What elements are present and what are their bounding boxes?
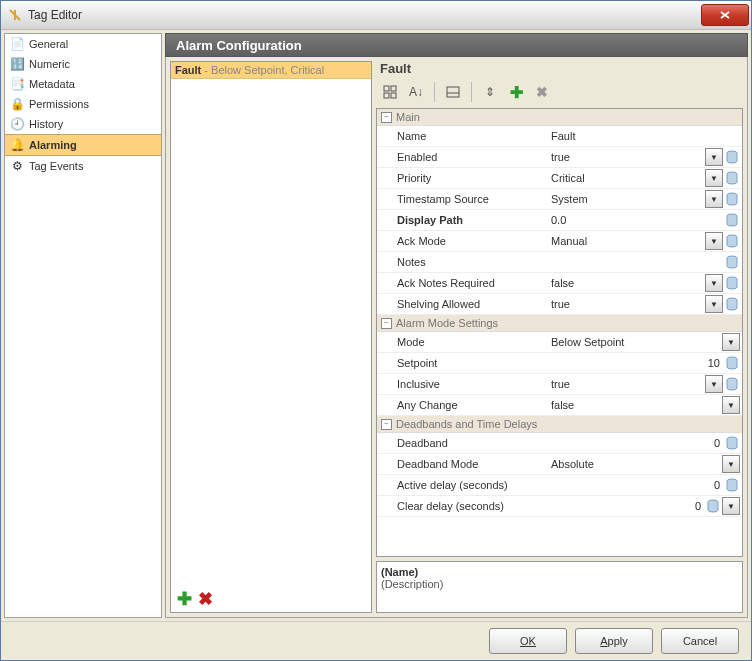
sidebar-item-metadata[interactable]: 📑Metadata — [5, 74, 161, 94]
delete-alarm-icon[interactable]: ✖ — [198, 588, 213, 610]
add-property-icon[interactable]: ✚ — [504, 80, 528, 104]
prop-value[interactable]: false — [547, 277, 705, 289]
ok-button[interactable]: OK — [489, 628, 567, 654]
prop-row-ack-notes-required[interactable]: Ack Notes Requiredfalse▼ — [377, 273, 742, 294]
property-scroll[interactable]: −MainNameFaultEnabledtrue▼PriorityCritic… — [377, 109, 742, 556]
prop-name: Deadband — [377, 437, 547, 449]
binding-icon[interactable] — [724, 170, 740, 186]
desc-name: (Name) — [381, 566, 738, 578]
description-box: (Name) (Description) — [376, 561, 743, 613]
prop-name: Display Path — [377, 214, 547, 226]
sidebar-item-label: General — [29, 38, 68, 50]
prop-value[interactable]: 10 — [547, 357, 724, 369]
prop-controls: ▼ — [705, 190, 742, 208]
prop-value[interactable]: Absolute — [547, 458, 722, 470]
prop-row-deadband-mode[interactable]: Deadband ModeAbsolute▼ — [377, 454, 742, 475]
toolbar-sep-1 — [434, 82, 435, 102]
svg-rect-3 — [391, 93, 396, 98]
prop-value[interactable]: true — [547, 378, 705, 390]
prop-value[interactable]: 0 — [547, 479, 724, 491]
alphabetical-icon[interactable]: A↓ — [404, 80, 428, 104]
sidebar-item-label: History — [29, 118, 63, 130]
dropdown-icon[interactable]: ▼ — [722, 455, 740, 473]
binding-icon[interactable] — [724, 191, 740, 207]
prop-row-inclusive[interactable]: Inclusivetrue▼ — [377, 374, 742, 395]
prop-row-ack-mode[interactable]: Ack ModeManual▼ — [377, 231, 742, 252]
prop-value[interactable]: Below Setpoint — [547, 336, 722, 348]
svg-rect-1 — [391, 86, 396, 91]
sidebar-item-label: Alarming — [29, 139, 77, 151]
prop-value[interactable]: Fault — [547, 130, 740, 142]
sidebar-item-general[interactable]: 📄General — [5, 34, 161, 54]
prop-name: Priority — [377, 172, 547, 184]
prop-value[interactable]: System — [547, 193, 705, 205]
alarm-list-item[interactable]: Fault - Below Setpoint, Critical — [171, 62, 371, 79]
prop-value[interactable]: 0.0 — [547, 214, 724, 226]
dropdown-icon[interactable]: ▼ — [722, 333, 740, 351]
prop-value[interactable]: true — [547, 298, 705, 310]
dropdown-icon[interactable]: ▼ — [705, 295, 723, 313]
prop-row-active-delay-seconds-[interactable]: Active delay (seconds)0 — [377, 475, 742, 496]
binding-icon[interactable] — [705, 498, 721, 514]
binding-icon[interactable] — [724, 212, 740, 228]
prop-value[interactable]: true — [547, 151, 705, 163]
add-alarm-icon[interactable]: ✚ — [177, 588, 192, 610]
sidebar-item-permissions[interactable]: 🔒Permissions — [5, 94, 161, 114]
prop-name: Clear delay (seconds) — [377, 500, 547, 512]
prop-row-deadband[interactable]: Deadband0 — [377, 433, 742, 454]
prop-row-setpoint[interactable]: Setpoint10 — [377, 353, 742, 374]
prop-value[interactable]: false — [547, 399, 722, 411]
svg-rect-0 — [384, 86, 389, 91]
binding-icon[interactable] — [724, 233, 740, 249]
prop-row-priority[interactable]: PriorityCritical▼ — [377, 168, 742, 189]
prop-value[interactable]: 0 — [547, 500, 705, 512]
prop-row-notes[interactable]: Notes — [377, 252, 742, 273]
dropdown-icon[interactable]: ▼ — [705, 190, 723, 208]
binding-icon[interactable] — [724, 149, 740, 165]
binding-icon[interactable] — [724, 435, 740, 451]
sidebar-item-alarming[interactable]: 🔔Alarming — [5, 134, 161, 156]
prop-row-timestamp-source[interactable]: Timestamp SourceSystem▼ — [377, 189, 742, 210]
collapse-icon[interactable]: − — [381, 419, 392, 430]
cancel-button[interactable]: Cancel — [661, 628, 739, 654]
prop-row-enabled[interactable]: Enabledtrue▼ — [377, 147, 742, 168]
dropdown-icon[interactable]: ▼ — [722, 396, 740, 414]
binding-icon[interactable] — [724, 275, 740, 291]
binding-icon[interactable] — [724, 477, 740, 493]
prop-controls: ▼ — [705, 295, 742, 313]
prop-name: Ack Notes Required — [377, 277, 547, 289]
apply-button[interactable]: Apply — [575, 628, 653, 654]
prop-row-name[interactable]: NameFault — [377, 126, 742, 147]
close-button[interactable] — [701, 4, 749, 26]
prop-row-shelving-allowed[interactable]: Shelving Allowedtrue▼ — [377, 294, 742, 315]
binding-icon[interactable] — [724, 376, 740, 392]
dropdown-icon[interactable]: ▼ — [722, 497, 740, 515]
dropdown-icon[interactable]: ▼ — [705, 148, 723, 166]
prop-row-display-path[interactable]: Display Path0.0 — [377, 210, 742, 231]
prop-row-any-change[interactable]: Any Changefalse▼ — [377, 395, 742, 416]
binding-icon[interactable] — [724, 296, 740, 312]
dropdown-icon[interactable]: ▼ — [705, 274, 723, 292]
prop-value[interactable]: Manual — [547, 235, 705, 247]
collapse-icon[interactable]: − — [381, 112, 392, 123]
dropdown-icon[interactable]: ▼ — [705, 375, 723, 393]
remove-property-icon[interactable]: ✖ — [530, 80, 554, 104]
binding-icon[interactable] — [724, 355, 740, 371]
sidebar-item-tag-events[interactable]: ⚙Tag Events — [5, 156, 161, 176]
sidebar-item-history[interactable]: 🕘History — [5, 114, 161, 134]
expand-icon[interactable]: ⇕ — [478, 80, 502, 104]
cancel-label: Cancel — [683, 635, 717, 647]
alarm-name: Fault — [175, 64, 201, 76]
prop-value[interactable]: Critical — [547, 172, 705, 184]
window-title: Tag Editor — [28, 8, 701, 22]
prop-row-clear-delay-seconds-[interactable]: Clear delay (seconds)0▼ — [377, 496, 742, 517]
dropdown-icon[interactable]: ▼ — [705, 169, 723, 187]
collapse-icon[interactable]: − — [381, 318, 392, 329]
sidebar-item-numeric[interactable]: 🔢Numeric — [5, 54, 161, 74]
categorized-icon[interactable] — [378, 80, 402, 104]
dropdown-icon[interactable]: ▼ — [705, 232, 723, 250]
prop-row-mode[interactable]: ModeBelow Setpoint▼ — [377, 332, 742, 353]
prop-value[interactable]: 0 — [547, 437, 724, 449]
show-desc-icon[interactable] — [441, 80, 465, 104]
binding-icon[interactable] — [724, 254, 740, 270]
